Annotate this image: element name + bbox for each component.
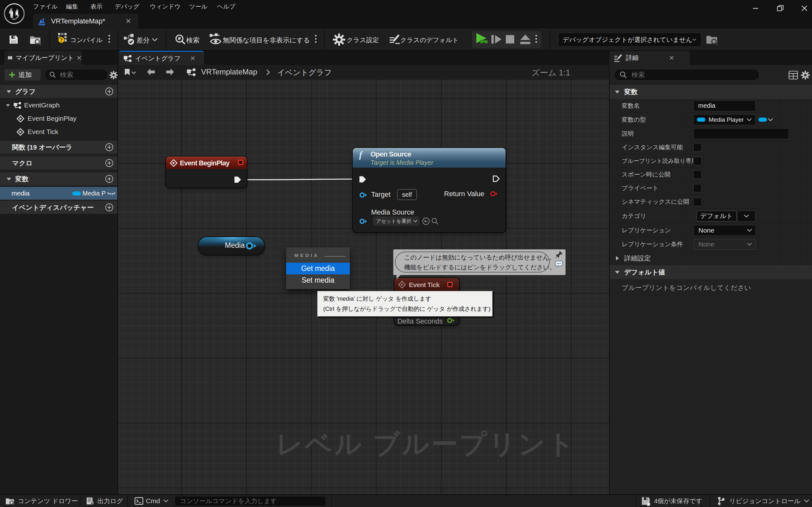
forward-arrow-icon[interactable] <box>165 68 175 77</box>
my-blueprint-tab-close-icon[interactable]: ✕ <box>77 54 82 62</box>
hide-unrelated-options-icon[interactable] <box>315 35 316 43</box>
variable-type-dropdown[interactable]: Media Player <box>693 114 756 125</box>
display-filter-icon[interactable] <box>789 71 798 79</box>
compile-button[interactable]: ? <box>57 32 68 44</box>
bookmark-chevron-down-icon[interactable] <box>131 71 136 74</box>
asset-reset-icon[interactable] <box>422 217 430 225</box>
variable-row-media[interactable]: media Media Pl <box>0 187 117 200</box>
category-combobox[interactable]: デフォルト <box>697 211 737 222</box>
node-media-get[interactable]: Media <box>198 237 264 255</box>
expose-to-cinematics-checkbox[interactable] <box>693 198 702 206</box>
add-dispatcher-icon[interactable] <box>105 203 113 212</box>
pushpin-icon[interactable] <box>555 250 563 259</box>
window-minimize-button[interactable] <box>747 3 764 14</box>
hide-unrelated-label[interactable]: 無関係な項目を非表示にする <box>223 36 310 45</box>
description-input[interactable] <box>693 128 789 139</box>
add-variable-icon[interactable] <box>105 175 113 183</box>
menu-help[interactable]: ヘルプ <box>217 3 235 11</box>
menu-edit[interactable]: 編集 <box>66 3 78 11</box>
item-event-graph[interactable]: EventGraph <box>0 99 117 112</box>
class-defaults-label[interactable]: クラスのデフォルト <box>400 36 459 44</box>
asset-search-icon[interactable] <box>431 217 439 225</box>
tab-my-blueprint[interactable]: マイブループリント ✕ <box>4 51 82 65</box>
compile-label[interactable]: コンパイル <box>70 36 102 44</box>
class-settings-label[interactable]: クラス設定 <box>347 36 379 44</box>
add-graph-icon[interactable] <box>105 87 113 96</box>
graph-tab-close-icon[interactable]: ✕ <box>190 55 195 62</box>
tab-event-graph[interactable]: イベントグラフ ✕ <box>119 51 204 65</box>
exec-pin-out[interactable] <box>234 176 242 183</box>
section-variables[interactable]: 変数 <box>0 172 117 185</box>
section-default-value[interactable]: デフォルト値 <box>610 265 812 279</box>
window-close-button[interactable] <box>796 3 812 14</box>
asset-tab-vrtemplatemap[interactable]: VRTemplateMap* ✕ <box>33 14 138 29</box>
expose-on-spawn-checkbox[interactable] <box>693 170 702 179</box>
debug-browse-icon[interactable] <box>705 33 718 46</box>
instance-editable-checkbox[interactable] <box>693 143 702 152</box>
find-icon[interactable] <box>174 34 186 45</box>
container-chevron-down-icon[interactable] <box>768 118 773 122</box>
object-pin-media-out[interactable] <box>245 242 258 250</box>
back-arrow-icon[interactable] <box>146 68 156 77</box>
section-dispatchers[interactable]: イベントディスパッチャー <box>0 201 117 214</box>
asset-tab-close-icon[interactable]: ✕ <box>125 17 131 25</box>
replication-condition-dropdown[interactable]: None <box>694 239 756 250</box>
section-variable[interactable]: 変数 <box>610 85 812 99</box>
play-options-icon[interactable] <box>536 35 537 43</box>
details-settings-gear-icon[interactable] <box>801 70 810 80</box>
class-defaults-icon[interactable] <box>389 33 400 45</box>
revision-control-button[interactable]: リビジョンコントロール <box>710 495 812 507</box>
breadcrumb-root[interactable]: VRTemplateMap <box>201 67 257 76</box>
browse-asset-icon[interactable] <box>29 34 41 46</box>
menu-view[interactable]: 表示 <box>90 3 102 11</box>
graph-canvas[interactable]: レベル ブループリント Event BeginPlay f Open Sourc… <box>118 79 609 494</box>
hide-unrelated-icon[interactable] <box>209 33 223 47</box>
item-event-tick[interactable]: Event Tick <box>0 125 117 138</box>
unsaved-button[interactable]: 4個が未保存です <box>636 495 709 507</box>
output-log-button[interactable]: 出力ログ <box>80 495 127 507</box>
section-functions[interactable]: 関数 (19 オーバーラ <box>0 141 117 154</box>
section-graphs[interactable]: グラフ <box>0 85 117 98</box>
item-event-begin-play[interactable]: Event BeginPlay <box>0 112 117 125</box>
context-menu-set-media[interactable]: Set media <box>286 274 350 286</box>
context-menu-get-media[interactable]: Get media <box>286 263 350 274</box>
my-blueprint-search[interactable]: 検索 <box>44 69 108 80</box>
blueprint-settings-gear-icon[interactable] <box>109 71 118 79</box>
private-checkbox[interactable] <box>693 184 702 192</box>
diff-chevron-down-icon[interactable] <box>151 38 158 42</box>
window-restore-button[interactable] <box>772 3 789 14</box>
frame-skip-icon[interactable] <box>490 34 503 45</box>
tab-details[interactable]: 詳細 ✕ <box>609 51 690 65</box>
add-macro-icon[interactable] <box>105 159 113 167</box>
cmd-selector[interactable]: Cmd <box>128 495 172 507</box>
details-tab-close-icon[interactable]: ✕ <box>669 54 674 62</box>
node-event-begin-play[interactable]: Event BeginPlay <box>166 157 247 187</box>
bool-pin-return-value[interactable] <box>490 190 499 197</box>
content-drawer-button[interactable]: コンテンツ ドロワー <box>0 495 80 507</box>
float-pin-delta-seconds[interactable] <box>447 317 456 324</box>
category-dropdown-button[interactable] <box>738 211 755 222</box>
bookmark-icon[interactable] <box>124 68 131 76</box>
asset-picker-dropdown[interactable]: アセットを選択 <box>373 216 419 226</box>
comment-bubble-icon[interactable] <box>555 260 563 268</box>
exec-pin-in[interactable] <box>359 176 367 183</box>
stop-icon[interactable] <box>505 34 515 44</box>
advanced-settings-expander[interactable]: 詳細設定 <box>610 251 812 265</box>
menu-window[interactable]: ウィンドウ <box>150 3 181 11</box>
debug-object-dropdown[interactable]: デバッグオブジェクトが選択されていません <box>558 33 701 47</box>
compile-options-icon[interactable] <box>108 35 110 43</box>
class-settings-gear-icon[interactable] <box>333 33 346 46</box>
node-open-source[interactable]: f Open Source Target is Media Player Tar… <box>353 148 506 232</box>
details-search[interactable]: 検索 <box>614 69 759 80</box>
object-pin-target[interactable] <box>359 192 368 199</box>
breadcrumb-current[interactable]: イベントグラフ <box>277 67 332 78</box>
section-macros[interactable]: マクロ <box>0 157 117 170</box>
object-pin-media-source[interactable] <box>359 218 368 225</box>
variable-name-input[interactable]: media <box>693 101 756 111</box>
diff-label[interactable]: 差分 <box>136 36 150 45</box>
blueprint-readonly-checkbox[interactable] <box>693 157 702 165</box>
menu-tools[interactable]: ツール <box>189 3 207 11</box>
diff-button[interactable] <box>123 33 135 46</box>
find-label[interactable]: 検索 <box>186 36 200 45</box>
replication-dropdown[interactable]: None <box>694 225 756 236</box>
